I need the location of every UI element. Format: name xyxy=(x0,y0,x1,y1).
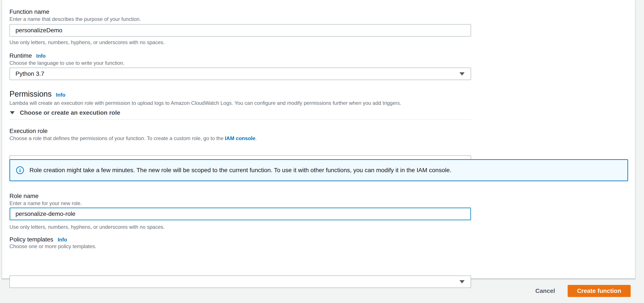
function-name-hint: Use only letters, numbers, hyphens, or u… xyxy=(10,39,165,46)
function-name-input[interactable] xyxy=(10,24,471,37)
iam-console-link[interactable]: IAM console xyxy=(225,135,255,141)
function-name-description: Enter a name that describes the purpose … xyxy=(10,16,141,22)
runtime-info-link[interactable]: Info xyxy=(36,53,46,59)
permissions-heading-row: Permissions Info xyxy=(10,89,66,99)
role-name-input[interactable] xyxy=(10,207,471,220)
role-name-description: Enter a name for your new role. xyxy=(10,200,82,207)
function-name-label: Function name xyxy=(10,8,49,16)
role-creation-info-alert: i Role creation might take a few minutes… xyxy=(10,159,628,181)
permissions-heading: Permissions xyxy=(10,89,52,99)
execution-role-description-text: Choose a role that defines the permissio… xyxy=(10,135,225,141)
caret-down-icon xyxy=(10,111,15,114)
form-action-bar: Cancel Create function xyxy=(0,279,644,303)
expander-label: Choose or create an execution role xyxy=(20,109,120,117)
cancel-button[interactable]: Cancel xyxy=(536,287,555,294)
execution-role-label: Execution role xyxy=(10,127,48,135)
policy-templates-description: Choose one or more policy templates. xyxy=(10,243,96,250)
runtime-label: Runtime xyxy=(10,52,32,59)
policy-templates-label-row: Policy templates Info xyxy=(10,236,67,243)
permissions-info-link[interactable]: Info xyxy=(56,92,66,98)
create-function-form-card: Function name Enter a name that describe… xyxy=(2,0,636,279)
runtime-description: Choose the language to use to write your… xyxy=(10,60,124,66)
info-circle-icon: i xyxy=(16,166,24,174)
runtime-select-value: Python 3.7 xyxy=(16,70,44,77)
role-name-hint: Use only letters, numbers, hyphens, or u… xyxy=(10,224,165,230)
alert-text: Role creation might take a few minutes. … xyxy=(30,166,452,174)
chevron-down-icon xyxy=(460,72,464,76)
runtime-select[interactable]: Python 3.7 xyxy=(10,68,471,80)
execution-role-expander[interactable]: Choose or create an execution role xyxy=(10,109,120,117)
permissions-description: Lambda will create an execution role wit… xyxy=(10,100,401,106)
role-name-label: Role name xyxy=(10,192,38,200)
execution-role-description: Choose a role that defines the permissio… xyxy=(10,135,256,142)
policy-templates-label: Policy templates xyxy=(10,236,53,243)
runtime-label-row: Runtime Info xyxy=(10,52,46,59)
execution-role-description-suffix: . xyxy=(255,135,257,141)
policy-templates-info-link[interactable]: Info xyxy=(58,236,67,243)
section-divider xyxy=(10,119,471,120)
create-function-button[interactable]: Create function xyxy=(568,285,631,297)
